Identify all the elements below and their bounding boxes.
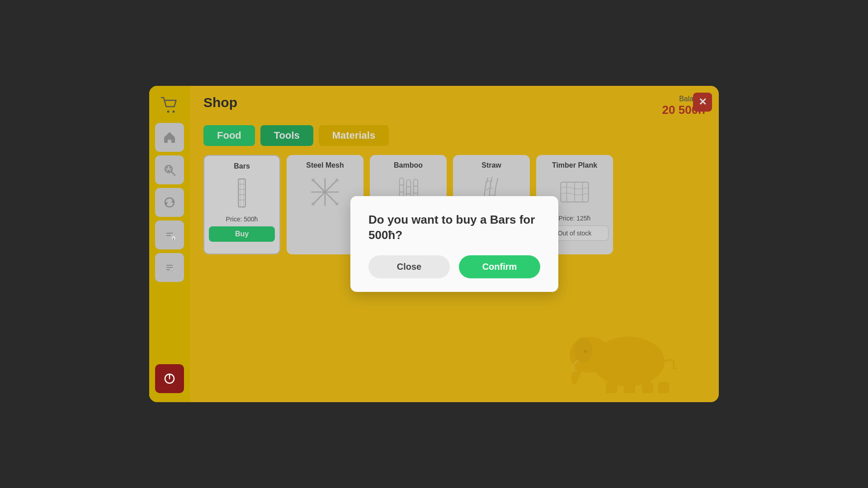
- refresh-icon[interactable]: [155, 188, 184, 217]
- svg-point-2: [169, 139, 170, 141]
- svg-point-1: [173, 111, 175, 113]
- purchase-modal: Do you want to buy a Bars for 500ħ? Clos…: [350, 196, 558, 292]
- modal-message: Do you want to buy a Bars for 500ħ?: [368, 212, 540, 243]
- modal-confirm-button[interactable]: Confirm: [459, 255, 540, 278]
- svg-point-8: [170, 169, 172, 170]
- svg-point-5: [166, 167, 168, 169]
- power-button[interactable]: [155, 364, 184, 393]
- main-content: ✕ Shop Balance 20 500ħ Food Tools Materi…: [190, 86, 719, 402]
- house-icon[interactable]: [155, 123, 184, 152]
- modal-buttons: Close Confirm: [368, 255, 540, 278]
- svg-point-7: [166, 169, 167, 170]
- info-icon[interactable]: i: [155, 221, 184, 249]
- svg-text:i: i: [173, 237, 174, 241]
- paw-search-icon[interactable]: [155, 155, 184, 184]
- book-icon[interactable]: [155, 253, 184, 282]
- modal-overlay: Do you want to buy a Bars for 500ħ? Clos…: [190, 86, 719, 402]
- svg-point-6: [169, 167, 171, 169]
- sidebar: i: [149, 86, 190, 402]
- svg-line-4: [171, 172, 175, 175]
- svg-point-0: [167, 111, 170, 113]
- svg-point-9: [167, 170, 170, 172]
- modal-close-button[interactable]: Close: [368, 255, 450, 278]
- cart-icon[interactable]: [155, 90, 184, 119]
